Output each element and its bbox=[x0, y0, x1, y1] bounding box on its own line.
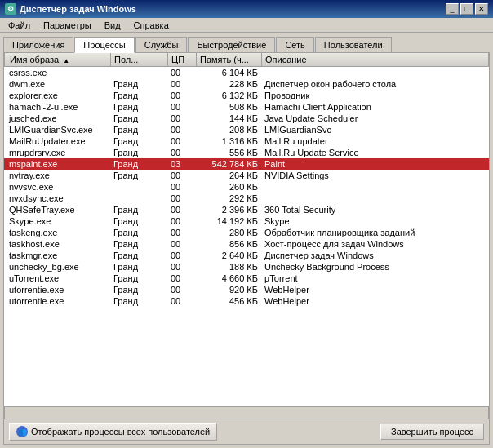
process-memory: 144 КБ bbox=[196, 113, 261, 124]
table-row[interactable]: nvxdsync.exe00292 КБ bbox=[4, 193, 489, 204]
bottom-area: 👥 Отображать процессы всех пользователей… bbox=[4, 419, 489, 444]
table-row[interactable]: taskhost.exeГранд00856 КБХост-процесс дл… bbox=[4, 238, 489, 250]
table-row[interactable]: explorer.exeГранд006 132 КБПроводник bbox=[4, 90, 489, 101]
process-name: unchecky_bg.exe bbox=[4, 261, 110, 273]
process-memory: 228 КБ bbox=[196, 78, 261, 90]
tab-bar: Приложения Процессы Службы Быстродействи… bbox=[3, 36, 490, 52]
table-row[interactable]: utorrentie.exeГранд00456 КБWebHelper bbox=[4, 295, 489, 307]
tab-users[interactable]: Пользователи bbox=[315, 37, 392, 53]
table-row[interactable]: unchecky_bg.exeГранд00188 КБUnchecky Bac… bbox=[4, 261, 489, 273]
menu-view[interactable]: Вид bbox=[100, 20, 126, 31]
process-memory: 508 КБ bbox=[196, 101, 261, 113]
menu-help[interactable]: Справка bbox=[129, 20, 174, 31]
menu-params[interactable]: Параметры bbox=[38, 20, 96, 31]
process-memory: 292 КБ bbox=[196, 193, 261, 204]
show-all-processes-button[interactable]: 👥 Отображать процессы всех пользователей bbox=[9, 423, 217, 441]
table-row[interactable]: uTorrent.exeГранд004 660 КБµTorrent bbox=[4, 273, 489, 284]
process-memory: 556 КБ bbox=[196, 147, 261, 158]
col-header-user[interactable]: Пол... bbox=[111, 53, 168, 67]
process-description: Skype bbox=[261, 215, 489, 227]
process-cpu: 00 bbox=[167, 227, 196, 238]
h-scroll-track[interactable] bbox=[4, 406, 489, 419]
col-header-name[interactable]: Имя образа ▲ bbox=[5, 53, 111, 67]
process-cpu: 00 bbox=[167, 250, 196, 261]
process-description: Mail.Ru Update Service bbox=[261, 147, 489, 158]
process-user: Гранд bbox=[110, 250, 167, 261]
close-button[interactable]: ✕ bbox=[475, 3, 488, 15]
process-cpu: 00 bbox=[167, 261, 196, 273]
table-row[interactable]: nvtray.exeГранд00264 КБNVIDIA Settings bbox=[4, 170, 489, 181]
process-user: Гранд bbox=[110, 238, 167, 250]
app-icon: ⚙ bbox=[5, 3, 16, 15]
process-cpu: 00 bbox=[167, 90, 196, 101]
horizontal-scrollbar[interactable] bbox=[4, 406, 489, 419]
process-name: mspaint.exe bbox=[4, 158, 110, 170]
process-description: Диспетчер задач Windows bbox=[261, 250, 489, 261]
col-header-mem[interactable]: Память (ч... bbox=[197, 53, 262, 67]
process-name: taskhost.exe bbox=[4, 238, 110, 250]
process-cpu: 00 bbox=[167, 204, 196, 215]
end-process-button[interactable]: Завершить процесс bbox=[380, 424, 484, 440]
process-description: µTorrent bbox=[261, 273, 489, 284]
process-user: Гранд bbox=[110, 170, 167, 181]
table-row[interactable]: csrss.exe006 104 КБ bbox=[4, 67, 489, 78]
process-cpu: 00 bbox=[167, 124, 196, 135]
menu-file[interactable]: Файл bbox=[3, 20, 35, 31]
process-memory: 188 КБ bbox=[196, 261, 261, 273]
process-description: WebHelper bbox=[261, 284, 489, 295]
process-description: NVIDIA Settings bbox=[261, 170, 489, 181]
process-cpu: 00 bbox=[167, 101, 196, 113]
process-memory: 4 660 КБ bbox=[196, 273, 261, 284]
tab-services[interactable]: Службы bbox=[135, 37, 188, 53]
table-row[interactable]: dwm.exeГранд00228 КБДиспетчер окон рабоч… bbox=[4, 78, 489, 90]
menu-bar: Файл Параметры Вид Справка bbox=[0, 18, 493, 33]
minimize-button[interactable]: _ bbox=[446, 3, 459, 15]
table-scroll-area[interactable]: csrss.exe006 104 КБdwm.exeГранд00228 КБД… bbox=[4, 67, 489, 406]
maximize-button[interactable]: □ bbox=[460, 3, 473, 15]
table-row[interactable]: hamachi-2-ui.exeГранд00508 КБHamachi Cli… bbox=[4, 101, 489, 113]
process-description: WebHelper bbox=[261, 295, 489, 307]
process-cpu: 00 bbox=[167, 215, 196, 227]
tab-applications[interactable]: Приложения bbox=[3, 37, 73, 53]
process-description bbox=[261, 193, 489, 204]
process-table: Имя образа ▲ Пол... ЦП Память (ч... Опис… bbox=[4, 53, 489, 67]
tab-processes[interactable]: Процессы bbox=[74, 37, 134, 53]
tab-network[interactable]: Сеть bbox=[276, 37, 313, 53]
table-row[interactable]: Skype.exeГранд0014 192 КБSkype bbox=[4, 215, 489, 227]
process-user: Гранд bbox=[110, 273, 167, 284]
process-description: Диспетчер окон рабочего стола bbox=[261, 78, 489, 90]
process-cpu: 00 bbox=[167, 181, 196, 193]
title-bar: ⚙ Диспетчер задач Windows _ □ ✕ bbox=[0, 0, 493, 18]
table-row[interactable]: mspaint.exeГранд03542 784 КБPaint bbox=[4, 158, 489, 170]
process-table-body: csrss.exe006 104 КБdwm.exeГранд00228 КБД… bbox=[4, 67, 489, 307]
table-row[interactable]: taskeng.exeГранд00280 КБОбработчик плани… bbox=[4, 227, 489, 238]
process-name: hamachi-2-ui.exe bbox=[4, 101, 110, 113]
col-header-cpu[interactable]: ЦП bbox=[168, 53, 197, 67]
sort-arrow-icon: ▲ bbox=[63, 57, 69, 64]
process-user: Гранд bbox=[110, 204, 167, 215]
table-row[interactable]: jusched.exeГранд00144 КБJava Update Sche… bbox=[4, 113, 489, 124]
tab-performance[interactable]: Быстродействие bbox=[188, 37, 275, 53]
table-row[interactable]: LMIGuardianSvc.exeГранд00208 КБLMIGuardi… bbox=[4, 124, 489, 135]
window-body: Приложения Процессы Службы Быстродействи… bbox=[0, 33, 493, 448]
process-name: csrss.exe bbox=[4, 67, 110, 78]
table-row[interactable]: nvvsvc.exe00260 КБ bbox=[4, 181, 489, 193]
process-description: LMIGuardianSvc bbox=[261, 124, 489, 135]
process-user: Гранд bbox=[110, 124, 167, 135]
table-row[interactable]: utorrentie.exeГранд00920 КБWebHelper bbox=[4, 284, 489, 295]
table-row[interactable]: mrupdrsrv.exeГранд00556 КБMail.Ru Update… bbox=[4, 147, 489, 158]
process-description bbox=[261, 67, 489, 78]
table-row[interactable]: QHSafeTray.exeГранд002 396 КБ360 Total S… bbox=[4, 204, 489, 215]
col-header-desc[interactable]: Описание bbox=[262, 53, 489, 67]
process-cpu: 03 bbox=[167, 158, 196, 170]
process-cpu: 00 bbox=[167, 284, 196, 295]
process-cpu: 00 bbox=[167, 147, 196, 158]
table-row[interactable]: MailRuUpdater.exeГранд001 316 КБMail.Ru … bbox=[4, 135, 489, 147]
process-cpu: 00 bbox=[167, 170, 196, 181]
process-memory: 920 КБ bbox=[196, 284, 261, 295]
table-row[interactable]: taskmgr.exeГранд002 640 КБДиспетчер зада… bbox=[4, 250, 489, 261]
process-user: Гранд bbox=[110, 135, 167, 147]
process-name: explorer.exe bbox=[4, 90, 110, 101]
process-name: nvxdsync.exe bbox=[4, 193, 110, 204]
process-name: dwm.exe bbox=[4, 78, 110, 90]
